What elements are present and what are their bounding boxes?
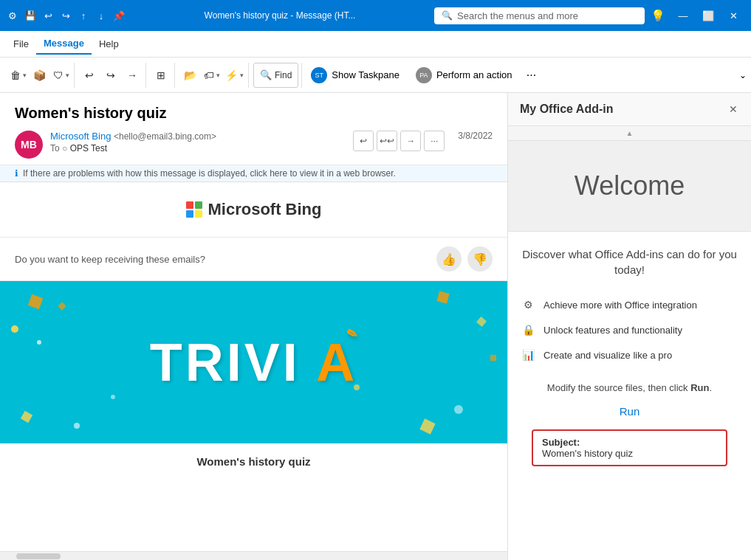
email-pane: Women's history quiz MB Microsoft Bing <… [0,93,507,560]
email-footer-title: Women's history quiz [0,443,507,480]
toolbar-group-move: 📂 🏷 ▾ ⚡ ▾ [176,63,249,88]
side-panel-close-button[interactable]: ✕ [727,102,739,117]
subject-box: Subject: Women's history quiz [532,429,727,466]
more-email-actions-button[interactable]: ··· [424,131,445,151]
find-button[interactable]: 🔍 Find [253,63,298,88]
reply-button[interactable]: ↩ [353,131,374,151]
deco-shape-1 [28,294,44,310]
perform-action-avatar: PA [416,67,432,83]
show-taskpane-avatar: ST [311,67,327,83]
sender-name-line: Microsoft Bing <hello@email3.bing.com> [50,131,346,142]
thumbs-up-button[interactable]: 👍 [436,246,462,272]
email-body[interactable]: Microsoft Bing Do you want to keep recei… [0,182,507,551]
close-button[interactable]: ✕ [721,5,745,26]
search-icon: 🔍 [442,10,453,21]
titlebar-quick-access: ⚙ 💾 ↩ ↪ ↑ ↓ 📌 [6,9,126,22]
redo-icon[interactable]: ↪ [59,9,72,22]
trivia-banner: TRIVI A ✏ [0,281,507,443]
deco-dot-1 [37,340,41,345]
tags-arrow: ▾ [216,72,220,79]
feature-list: ⚙ Achieve more with Office integration 🔒… [520,292,739,367]
run-button[interactable]: Run [520,405,739,418]
subject-label: Subject: [542,437,717,448]
report-arrow: ▾ [66,72,69,79]
reply-all-button[interactable]: ↩↩ [377,131,397,151]
perform-action-button[interactable]: PA Perform an action [408,64,520,86]
zoom-button[interactable]: ⊞ [151,63,171,88]
trivia-pencil-letter: A ✏ [301,333,357,392]
expand-icon: ⌄ [739,70,747,80]
welcome-banner: Welcome [508,141,751,232]
menu-help[interactable]: Help [92,34,126,54]
email-action-buttons: ↩ ↩↩ → ··· [353,131,445,151]
actions-button[interactable]: ⚡ ▾ [222,63,245,88]
toolbar-expand-button[interactable]: ⌄ [739,70,747,80]
window-controls: — ⬜ ✕ [671,5,745,26]
bing-grid-icon [186,201,202,218]
tags-button[interactable]: 🏷 ▾ [201,63,222,88]
minimize-button[interactable]: — [671,5,695,26]
sender-email: <hello@email3.bing.com> [114,131,216,142]
restore-button[interactable]: ⬜ [696,5,720,26]
horizontal-scrollbar[interactable] [0,551,507,560]
undo-icon[interactable]: ↩ [41,9,55,22]
toolbar-group-delete: 🗑 ▾ 📦 🛡 ▾ [4,63,75,88]
down-icon[interactable]: ↓ [95,9,108,22]
report-button[interactable]: 🛡 ▾ [50,63,71,88]
to-line: To ○ OPS Test [50,143,346,153]
sender-name[interactable]: Microsoft Bing [50,131,111,142]
archive-icon: 📦 [33,69,46,81]
show-taskpane-label: Show Taskpane [332,69,399,80]
deco-shape-10 [419,418,435,434]
show-taskpane-button[interactable]: ST Show Taskpane [304,64,407,86]
toolbar-group-find: 🔍 Find [250,63,302,88]
to-name: OPS Test [70,143,107,153]
feature-text-1: Achieve more with Office integration [543,300,697,311]
grid-cell-yellow [195,210,202,218]
feedback-buttons: 👍 👎 [436,246,493,272]
thumbs-down-button[interactable]: 👎 [467,246,493,272]
find-icon: 🔍 [260,69,272,80]
side-panel-body: ▲ Welcome Discover what Office Add-ins c… [508,126,751,560]
up-icon[interactable]: ↑ [77,9,90,22]
modify-text-plain: Modify the source files, then click [547,382,688,393]
archive-button[interactable]: 📦 [29,63,49,88]
lock-feature-icon: 🔒 [520,322,536,338]
forward-email-button[interactable]: → [400,131,421,151]
search-box[interactable]: 🔍 Search the menus and more [434,7,645,24]
menu-file[interactable]: File [6,34,36,54]
modify-text: Modify the source files, then click Run. [520,382,739,393]
pin-icon[interactable]: 📌 [112,9,126,22]
bing-name: Microsoft Bing [208,200,322,219]
deco-shape-4 [21,411,32,423]
trivia-title-text: TRIVI A ✏ [150,332,357,393]
grid-cell-green [195,201,202,209]
undo-button[interactable]: ↩ [79,63,100,88]
subject-value: Women's history quiz [542,448,717,459]
more-icon: ··· [527,69,536,82]
to-label: To [50,143,60,153]
move-icon: 📂 [184,69,196,81]
more-options-button[interactable]: ··· [521,63,542,88]
feature-text-2: Unlock features and functionality [543,325,682,336]
discover-text: Discover what Office Add-ins can do for … [520,246,739,277]
deco-shape-2 [11,325,18,333]
deco-shape-3 [58,302,66,310]
forward-button[interactable]: → [122,63,143,88]
forward-nav-icon: → [127,69,137,81]
zoom-icon: ⊞ [157,69,165,81]
menu-message[interactable]: Message [36,33,92,55]
toolbar-group-nav: ↩ ↪ → [76,63,146,88]
feature-item-1: ⚙ Achieve more with Office integration [520,292,739,317]
search-placeholder: Search the menus and more [457,10,578,21]
move-button[interactable]: 📂 [179,63,200,88]
redo-button[interactable]: ↪ [100,63,121,88]
email-header: Women's history quiz MB Microsoft Bing <… [0,93,507,165]
email-notice[interactable]: ℹ If there are problems with how this me… [0,165,507,182]
email-content: Microsoft Bing Do you want to keep recei… [0,182,507,480]
delete-button[interactable]: 🗑 ▾ [7,63,28,88]
save-icon[interactable]: 💾 [24,9,37,22]
horizontal-scrollbar-thumb[interactable] [16,553,61,559]
actions-arrow: ▾ [240,72,244,79]
lightbulb-icon[interactable]: 💡 [651,9,665,23]
